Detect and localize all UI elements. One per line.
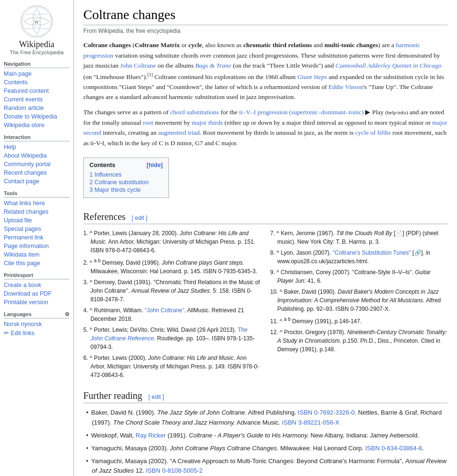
ref-2: 2. ^ a b Demsey, David (1996). John Colt… [83, 257, 261, 276]
wiki-logo-container: W Wikipedia The Free Encyclopedia [4, 5, 70, 55]
further-item-4: Yamaguchi, Masaya (2002). "A Creative Ap… [83, 456, 447, 476]
sidebar-navigation: Navigation Main page Contents Featured c… [4, 61, 70, 129]
ref-5: 5. ^ Porter, Lewis; DeVito, Chris; Wild,… [83, 326, 261, 351]
sidebar-item-recent-changes[interactable]: Recent changes [4, 169, 70, 177]
toc-box: Contents [hide] 1 Influences 2 Coltrane … [83, 158, 169, 198]
ref-1: 1. ^ Porter, Lewis (January 28, 2000). J… [83, 229, 261, 255]
sidebar-item-donate[interactable]: Donate to Wikipedia [4, 112, 70, 121]
article-intro-1: Coltrane changes (Coltrane Matrix or cyc… [83, 40, 447, 102]
sidebar-languages: Languages ⚙ Norsk nynorsk ✏ Edit links [4, 311, 70, 337]
ref-4: 4. ^ Ruhlmann, William. "John Coltrane".… [83, 306, 261, 323]
sidebar-interaction: Interaction Help About Wikipedia Communi… [4, 134, 70, 186]
further-reading-list: Baker, David N. (1990). The Jazz Style o… [83, 408, 447, 476]
link-eddie-vinson[interactable]: Eddie Vinson [328, 83, 363, 90]
further-item-2: Weiskopf, Walt, Ray Ricker (1991). Coltr… [83, 431, 447, 441]
link-chord-sub[interactable]: chord substitutions [170, 109, 219, 116]
ref-list-right: 7. ^ Kern, Jerome (1967). Till the Cloud… [270, 229, 448, 354]
sidebar-lang-label: Languages ⚙ [4, 311, 70, 318]
toc-item-2[interactable]: 2 Coltrane substitution [89, 178, 163, 186]
sidebar-item-create-book[interactable]: Create a book [4, 281, 70, 289]
further-reading-header: Further reading [ edit ] [83, 390, 447, 403]
wiki-site-title: Wikipedia [4, 40, 70, 50]
ref-9: 9. ^ Christiansen, Corey (2007). "Coltra… [270, 268, 448, 285]
sidebar: W Wikipedia The Free Encyclopedia Naviga… [0, 0, 74, 476]
sidebar-tools-label: Tools [4, 190, 70, 198]
sidebar-item-current-events[interactable]: Current events [4, 95, 70, 104]
sidebar-item-page-info[interactable]: Page information [4, 242, 70, 250]
references-left: 1. ^ Porter, Lewis (January 28, 2000). J… [83, 229, 261, 382]
from-wikipedia: From Wikipedia, the free encyclopedia [83, 28, 447, 34]
article-intro-2: The changes serve as a pattern of chord … [83, 107, 447, 148]
main-content: Coltrane changes From Wikipedia, the fre… [74, 0, 457, 476]
sidebar-item-related-changes[interactable]: Related changes [4, 208, 70, 216]
ref-12: 12. ^ Proctor, Gregory (1978). Nineteent… [270, 328, 448, 354]
toc-hide-link[interactable]: [hide] [147, 162, 163, 169]
link-cannonball[interactable]: Cannonball Adderley Quintet in Chicago [336, 62, 441, 69]
sidebar-item-main-page[interactable]: Main page [4, 69, 70, 78]
svg-text:W: W [34, 20, 39, 25]
sidebar-item-featured[interactable]: Featured content [4, 87, 70, 95]
wiki-site-subtitle: The Free Encyclopedia [4, 50, 70, 55]
toc-item-3[interactable]: 3 Major thirds cycle [89, 186, 163, 194]
link-john-coltrane[interactable]: John Coltrane [120, 62, 156, 69]
toc-title: Contents [hide] [89, 162, 163, 169]
sidebar-item-community[interactable]: Community portal [4, 160, 70, 169]
ref-8: 8. ^ Lyon, Jason (2007). "Coltrane's Sub… [270, 248, 448, 266]
ref-7: 7. ^ Kern, Jerome (1967). Till the Cloud… [270, 229, 448, 246]
sidebar-item-edit-links[interactable]: ✏ Edit links [4, 328, 70, 337]
sidebar-item-special[interactable]: Special pages [4, 225, 70, 233]
ref-3: 3. ^ Demsey, David (1991). "Chromatic Th… [83, 278, 261, 304]
page-title: Coltrane changes [83, 7, 447, 25]
sidebar-item-download-pdf[interactable]: Download as PDF [4, 289, 70, 298]
further-item-3: Yamaguchi, Masaya (2003). John Coltrane … [83, 444, 447, 454]
link-cycle-fifths[interactable]: cycle of fifths [355, 129, 391, 136]
sidebar-tools: Tools What links here Related changes Up… [4, 190, 70, 268]
references-edit-link[interactable]: [ edit ] [132, 215, 148, 221]
sidebar-item-wikidata[interactable]: Wikidata item [4, 250, 70, 259]
sidebar-item-printable[interactable]: Printable version [4, 298, 70, 307]
sidebar-item-norsk[interactable]: Norsk nynorsk [4, 320, 70, 328]
ref-list-left: 1. ^ Porter, Lewis (January 28, 2000). J… [83, 229, 261, 379]
sidebar-nav-label: Navigation [4, 61, 70, 68]
sidebar-item-contact[interactable]: Contact page [4, 177, 70, 186]
sidebar-item-permalink[interactable]: Permanent link [4, 233, 70, 242]
references-section: 1. ^ Porter, Lewis (January 28, 2000). J… [83, 229, 447, 382]
references-right: 7. ^ Kern, Jerome (1967). Till the Cloud… [270, 229, 448, 382]
link-augmented-triad[interactable]: augmented triad [158, 129, 199, 136]
link-root[interactable]: root [143, 119, 153, 126]
sidebar-item-what-links[interactable]: What links here [4, 199, 70, 208]
sidebar-print: Print/export Create a book Download as P… [4, 272, 70, 307]
sidebar-item-random[interactable]: Random article [4, 104, 70, 112]
sidebar-print-label: Print/export [4, 272, 70, 279]
references-header: References [ edit ] [83, 211, 447, 224]
ref-11: 11. ^ a b Demsey (1991), p.146-147. [270, 316, 448, 326]
link-major-thirds[interactable]: major thirds [192, 119, 223, 126]
further-reading-edit-link[interactable]: [ edit ] [149, 394, 164, 400]
sidebar-item-help[interactable]: Help [4, 143, 70, 151]
link-ii-v-i[interactable]: ii–V–I progression (supertonic–dominant–… [239, 109, 364, 116]
ref-10: 10. ^ Baker, David (1990). David Baker's… [270, 288, 448, 313]
sidebar-item-store[interactable]: Wikipedia store [4, 121, 70, 129]
sidebar-item-upload[interactable]: Upload file [4, 216, 70, 225]
sidebar-item-about[interactable]: About Wikipedia [4, 151, 70, 160]
sidebar-item-contents[interactable]: Contents [4, 78, 70, 87]
gear-icon[interactable]: ⚙ [65, 311, 70, 317]
wiki-logo: W [20, 5, 53, 38]
link-major-second[interactable]: major second [83, 119, 447, 137]
link-giant-steps[interactable]: Giant Steps [297, 73, 327, 80]
sidebar-interaction-label: Interaction [4, 134, 70, 141]
toc-item-1[interactable]: 1 Influences [89, 171, 163, 178]
link-bags-trane[interactable]: Bags & Trane [195, 62, 231, 69]
ref-6: 6. ^ Porter, Lewis (2000). John Coltrane… [83, 354, 261, 379]
sidebar-item-cite[interactable]: Cite this page [4, 259, 70, 268]
further-item-1: Baker, David N. (1990). The Jazz Style o… [83, 408, 447, 428]
